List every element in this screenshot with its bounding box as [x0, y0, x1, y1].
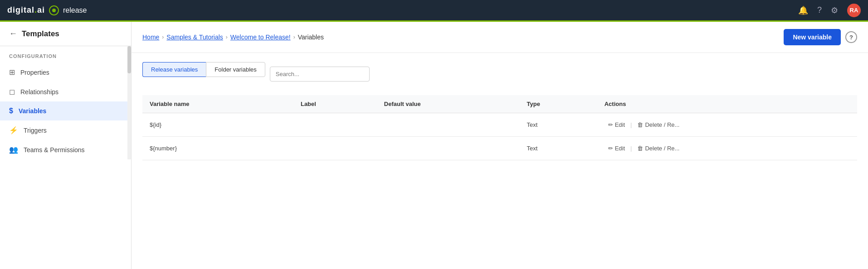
product-name: release [63, 6, 87, 14]
back-button[interactable]: ← [9, 29, 17, 38]
breadcrumb: Home › Samples & Tutorials › Welcome to … [142, 34, 324, 41]
sidebar-item-label: Relationships [20, 88, 59, 96]
edit-icon: ✏ [608, 145, 613, 152]
sidebar-item-teams-permissions[interactable]: 👥 Teams & Permissions [0, 140, 131, 159]
sidebar-item-label: Properties [20, 69, 49, 76]
action-separator: | [630, 145, 632, 152]
table-header: Variable name Label Default value Type A… [142, 95, 857, 113]
svg-point-1 [52, 9, 56, 12]
settings-icon[interactable]: ⚙ [831, 5, 838, 15]
col-variable-name: Variable name [142, 95, 293, 113]
sidebar-item-properties[interactable]: ⊞ Properties [0, 62, 131, 82]
search-input[interactable] [270, 67, 370, 82]
triggers-icon: ⚡ [9, 126, 18, 134]
var-default-cell [377, 113, 520, 137]
edit-button-row2[interactable]: ✏ Edit [605, 143, 629, 154]
action-buttons: ✏ Edit | 🗑 Delete / Re... [605, 120, 850, 130]
var-type-cell: Text [520, 137, 597, 160]
help-icon[interactable]: ? [817, 5, 822, 15]
edit-button-row1[interactable]: ✏ Edit [605, 120, 629, 130]
breadcrumb-current: Variables [298, 34, 324, 41]
topbar-right: 🔔 ? ⚙ RA [798, 4, 861, 17]
delete-button-row2[interactable]: 🗑 Delete / Re... [634, 143, 683, 154]
scrollbar-track [127, 46, 131, 159]
sidebar-item-relationships[interactable]: ◻ Relationships [0, 82, 131, 101]
teams-icon: 👥 [9, 145, 18, 154]
var-label-cell [293, 137, 377, 160]
content: Home › Samples & Tutorials › Welcome to … [132, 22, 868, 269]
main-layout: ← Templates CONFIGURATION ⊞ Properties ◻… [0, 22, 868, 269]
var-name-cell: ${number} [142, 137, 293, 160]
delete-icon: 🗑 [637, 145, 643, 152]
variables-table: Variable name Label Default value Type A… [142, 95, 857, 160]
avatar[interactable]: RA [847, 4, 861, 17]
sidebar-title: Templates [22, 29, 59, 38]
tab-folder-variables[interactable]: Folder variables [206, 62, 265, 77]
properties-icon: ⊞ [9, 68, 15, 77]
breadcrumb-home[interactable]: Home [142, 34, 159, 41]
breadcrumb-sep-2: › [226, 34, 228, 40]
topbar: digital.ai release 🔔 ? ⚙ RA [0, 0, 868, 22]
var-actions-cell: ✏ Edit | 🗑 Delete / Re... [597, 137, 857, 160]
relationships-icon: ◻ [9, 87, 15, 96]
release-icon [49, 5, 59, 16]
scrollbar-thumb[interactable] [127, 46, 131, 73]
variables-icon: $ [9, 107, 13, 115]
sidebar-item-triggers[interactable]: ⚡ Triggers [0, 120, 131, 140]
tabs-row: Release variables Folder variables [142, 62, 857, 86]
content-body: Release variables Folder variables Varia… [132, 53, 868, 169]
notifications-icon[interactable]: 🔔 [798, 5, 808, 15]
col-actions: Actions [597, 95, 857, 113]
sidebar-item-label: Triggers [24, 127, 47, 134]
sidebar-header: ← Templates [0, 22, 131, 46]
delete-label: Delete / Re... [645, 121, 679, 128]
var-default-cell [377, 137, 520, 160]
sidebar-scroll: CONFIGURATION ⊞ Properties ◻ Relationshi… [0, 46, 131, 159]
sidebar: ← Templates CONFIGURATION ⊞ Properties ◻… [0, 22, 132, 269]
var-label-cell [293, 113, 377, 137]
new-variable-button[interactable]: New variable [784, 29, 841, 45]
delete-icon: 🗑 [637, 121, 643, 128]
col-default-value: Default value [377, 95, 520, 113]
table-row: ${id} Text ✏ Edit | [142, 113, 857, 137]
var-type-cell: Text [520, 113, 597, 137]
var-name-cell: ${id} [142, 113, 293, 137]
edit-label: Edit [615, 145, 625, 152]
edit-icon: ✏ [608, 121, 613, 128]
breadcrumb-sep-1: › [162, 34, 164, 40]
sidebar-item-label: Variables [19, 107, 47, 115]
help-circle-icon[interactable]: ? [845, 31, 857, 43]
content-header: Home › Samples & Tutorials › Welcome to … [132, 22, 868, 53]
col-label: Label [293, 95, 377, 113]
breadcrumb-samples[interactable]: Samples & Tutorials [166, 34, 223, 41]
config-section-label: CONFIGURATION [0, 46, 131, 62]
table-body: ${id} Text ✏ Edit | [142, 113, 857, 160]
var-actions-cell: ✏ Edit | 🗑 Delete / Re... [597, 113, 857, 137]
logo: digital.ai [7, 5, 45, 15]
breadcrumb-sep-3: › [293, 34, 295, 40]
header-right: New variable ? [784, 29, 857, 45]
delete-button-row1[interactable]: 🗑 Delete / Re... [634, 120, 683, 130]
tab-release-variables[interactable]: Release variables [142, 62, 206, 77]
tabs: Release variables Folder variables [142, 62, 265, 77]
breadcrumb-welcome[interactable]: Welcome to Release! [230, 34, 291, 41]
delete-label: Delete / Re... [645, 145, 679, 152]
sidebar-item-label: Teams & Permissions [24, 146, 85, 154]
topbar-left: digital.ai release [7, 5, 87, 16]
table-row: ${number} Text ✏ Edit | [142, 137, 857, 160]
action-buttons: ✏ Edit | 🗑 Delete / Re... [605, 143, 850, 154]
col-type: Type [520, 95, 597, 113]
action-separator: | [630, 121, 632, 128]
edit-label: Edit [615, 121, 625, 128]
sidebar-inner: CONFIGURATION ⊞ Properties ◻ Relationshi… [0, 46, 131, 269]
sidebar-item-variables[interactable]: $ Variables [0, 101, 131, 120]
